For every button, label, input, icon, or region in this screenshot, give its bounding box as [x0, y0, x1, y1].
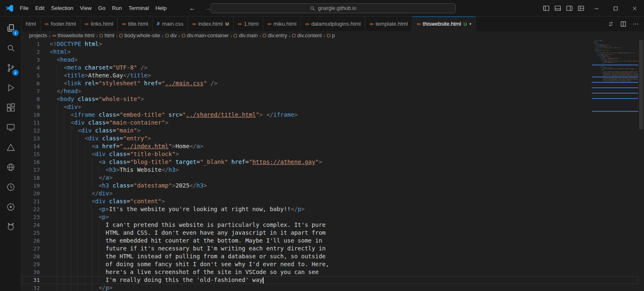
code-line[interactable]: 28the HTML instead of pulling from a dat…: [22, 253, 638, 260]
tab-label: thiswebsite.html: [423, 21, 461, 27]
code-line[interactable]: 15<div class="title-block">: [22, 150, 638, 158]
scrollbar-thumb[interactable]: [639, 40, 643, 129]
command-center-search[interactable]: gnargle.github.io: [211, 3, 456, 13]
code-line[interactable]: 8<body class="whole-site">: [22, 95, 638, 103]
breadcrumb-item[interactable]: div.main: [234, 33, 258, 38]
code-line[interactable]: 19<h3 class="datestamp">2025</h3>: [22, 182, 638, 190]
tab-html[interactable]: html: [22, 17, 41, 31]
code-line[interactable]: 1<!DOCTYPE html>: [22, 40, 638, 48]
indent-guide: [99, 245, 106, 253]
indent-guide: [57, 158, 64, 166]
breadcrumb-item[interactable]: p: [327, 33, 335, 38]
breadcrumb-item[interactable]: <>thiswebsite.html: [52, 33, 94, 38]
activity-search[interactable]: [0, 38, 22, 58]
code-area[interactable]: 1<!DOCTYPE html>2<html>3<head>4<meta cha…: [22, 40, 638, 291]
activity-cat-extension[interactable]: [0, 217, 22, 237]
open-changes-icon[interactable]: [608, 21, 614, 27]
code-line[interactable]: 31I'm really doing this the 'old-fashion…: [22, 276, 638, 284]
code-line[interactable]: 23<p>: [22, 213, 638, 221]
minimize-button[interactable]: [587, 0, 606, 17]
tab-main.css[interactable]: #main.css: [153, 17, 188, 31]
activity-circle-extension[interactable]: [0, 197, 22, 217]
tab-index.html[interactable]: <>index.htmlM: [188, 17, 233, 31]
maximize-button[interactable]: [606, 0, 625, 17]
menu-selection[interactable]: Selection: [48, 4, 76, 12]
indent-guide: [64, 197, 71, 205]
code-line[interactable]: 10<iframe class="embed-title" src="../sh…: [22, 111, 638, 119]
code-line[interactable]: 14<a href="../index.html">Home</a>: [22, 142, 638, 150]
code-line[interactable]: 30here's a live screenshot of the site i…: [22, 268, 638, 276]
code-line[interactable]: 24I can't pretend this website is partic…: [22, 221, 638, 229]
code-line[interactable]: 4<meta charset="UTF-8" />: [22, 64, 638, 72]
toggle-panel-icon[interactable]: [554, 5, 561, 12]
breadcrumb-item[interactable]: div.main-container: [182, 33, 229, 38]
toggle-sidebar-icon[interactable]: [543, 5, 550, 12]
minimap[interactable]: <!DOCTYPE html><html><head><meta charset…: [592, 40, 638, 291]
activity-triangle-extension[interactable]: [0, 137, 22, 157]
menu-edit[interactable]: Edit: [32, 4, 48, 12]
breadcrumb-item[interactable]: div: [165, 33, 177, 38]
activity-history-extension[interactable]: [0, 177, 22, 197]
tab-links.html[interactable]: <>links.html: [80, 17, 118, 31]
code-line[interactable]: 7</head>: [22, 87, 638, 95]
tab-footer.html[interactable]: <>footer.html: [41, 17, 81, 31]
split-editor-icon[interactable]: [620, 21, 627, 27]
breadcrumb-item[interactable]: projects: [29, 33, 47, 38]
tab-label: links.html: [91, 21, 113, 27]
code-line[interactable]: 25HTML and CSS. I don't even have any ja…: [22, 229, 638, 237]
customize-layout-icon[interactable]: [578, 5, 584, 12]
menu-view[interactable]: View: [77, 4, 95, 12]
code-line[interactable]: 22<p>It's the website you're looking at …: [22, 205, 638, 213]
code-line[interactable]: 2<html>: [22, 48, 638, 56]
indent-guide: [85, 253, 92, 260]
code-line[interactable]: 21<div class="content">: [22, 197, 638, 205]
code-line[interactable]: 27future if it's necessary but I'm writi…: [22, 245, 638, 253]
menu-help[interactable]: Help: [152, 4, 170, 12]
editor-scrollbar[interactable]: [638, 40, 644, 291]
menu-terminal[interactable]: Terminal: [125, 4, 152, 12]
toggle-secondary-sidebar-icon[interactable]: [566, 5, 573, 12]
code-line[interactable]: 6<link rel="stylesheet" href="../main.cs…: [22, 79, 638, 87]
tab-template.html[interactable]: <>template.html: [365, 17, 412, 31]
code-line[interactable]: 13<div class="entry">: [22, 135, 638, 142]
code-line[interactable]: 17<h3>This Website</h3>: [22, 166, 638, 174]
code-text: here's a live screenshot of the site in …: [40, 268, 638, 276]
tab-dalamudplugins.html[interactable]: <>dalamudplugins.html: [301, 17, 365, 31]
activity-remote-explorer[interactable]: [0, 118, 22, 137]
code-line[interactable]: 16<a class="blog-title" target="_blank" …: [22, 158, 638, 166]
menu-go[interactable]: Go: [95, 4, 109, 12]
code-line[interactable]: 3<head>: [22, 56, 638, 64]
menu-run[interactable]: Run: [109, 4, 125, 12]
activity-source-control[interactable]: 2: [0, 58, 22, 78]
activity-extensions[interactable]: [0, 98, 22, 118]
history-back-button[interactable]: ←: [189, 5, 196, 12]
tab-miku.html[interactable]: <>miku.html: [263, 17, 301, 31]
tab-1.html[interactable]: <>1.html: [234, 17, 263, 31]
code-line[interactable]: 5<title>Athene.Gay</title>: [22, 72, 638, 79]
indent-guide: [64, 205, 71, 213]
activity-globe-extension[interactable]: [0, 157, 22, 177]
breadcrumb-item[interactable]: body.whole-site: [119, 33, 160, 38]
code-line[interactable]: 9<div>: [22, 103, 638, 111]
code-line[interactable]: 26the embedded hit counter at the bottom…: [22, 237, 638, 245]
tab-title.html[interactable]: <>title.html: [118, 17, 153, 31]
breadcrumb-item[interactable]: div.content: [292, 33, 322, 38]
activity-explorer[interactable]: 1: [0, 18, 22, 38]
tab-thiswebsite.html[interactable]: <>thiswebsite.htmlU●: [412, 17, 476, 31]
indent: [50, 166, 57, 174]
breadcrumb-item[interactable]: html: [99, 33, 114, 38]
code-line[interactable]: 18</a>: [22, 174, 638, 182]
code-line[interactable]: 20</div>: [22, 190, 638, 197]
menu-file[interactable]: File: [17, 4, 32, 12]
vscode-window: FileEditSelectionViewGoRunTerminalHelp ←…: [0, 0, 644, 291]
code-line[interactable]: 12<div class="main">: [22, 127, 638, 135]
html-file-icon: <>: [45, 22, 48, 26]
activity-run-debug[interactable]: [0, 78, 22, 98]
more-actions-icon[interactable]: [632, 21, 639, 27]
code-line[interactable]: 29of doing some fancy shit I don't see w…: [22, 260, 638, 268]
indent-guide: [64, 182, 71, 190]
code-line[interactable]: 32</p>: [22, 284, 638, 291]
code-line[interactable]: 11<div class="main-container">: [22, 119, 638, 127]
breadcrumb-item[interactable]: div.entry: [263, 33, 287, 38]
close-button[interactable]: [625, 0, 644, 17]
